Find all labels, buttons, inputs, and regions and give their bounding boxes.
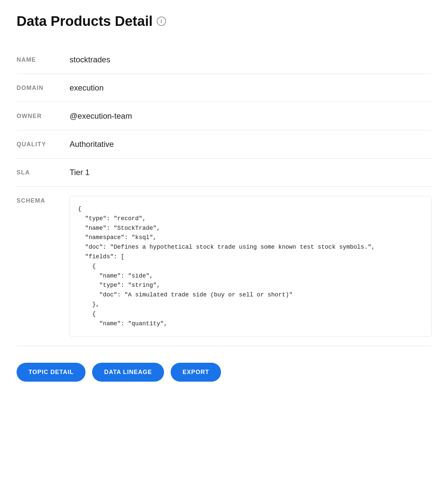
page-header: Data Products Detail i bbox=[17, 13, 431, 29]
quality-label: QUALITY bbox=[17, 140, 70, 148]
sla-row: SLA Tier 1 bbox=[17, 158, 431, 187]
export-button[interactable]: EXPORT bbox=[171, 363, 221, 382]
domain-label: DOMAIN bbox=[17, 83, 70, 92]
sla-value: Tier 1 bbox=[70, 168, 431, 177]
data-lineage-button[interactable]: DATA LINEAGE bbox=[92, 363, 164, 382]
schema-row: SCHEMA { "type": "record", "name": "Stoc… bbox=[17, 187, 431, 346]
domain-row: DOMAIN execution bbox=[17, 74, 431, 102]
schema-value[interactable]: { "type": "record", "name": "StockTrade"… bbox=[70, 196, 431, 337]
info-icon[interactable]: i bbox=[157, 17, 166, 26]
name-row: NAME stocktrades bbox=[17, 46, 431, 74]
schema-label: SCHEMA bbox=[17, 196, 70, 204]
owner-row: OWNER @execution-team bbox=[17, 102, 431, 130]
page-title: Data Products Detail bbox=[17, 13, 153, 29]
quality-value: Authoritative bbox=[70, 140, 431, 149]
topic-detail-button[interactable]: TOPIC DETAIL bbox=[17, 363, 85, 382]
name-label: NAME bbox=[17, 55, 70, 63]
owner-label: OWNER bbox=[17, 111, 70, 120]
owner-value: @execution-team bbox=[70, 111, 431, 121]
footer-buttons: TOPIC DETAIL DATA LINEAGE EXPORT bbox=[17, 363, 431, 382]
domain-value: execution bbox=[70, 83, 431, 93]
quality-row: QUALITY Authoritative bbox=[17, 130, 431, 158]
sla-label: SLA bbox=[17, 168, 70, 176]
name-value: stocktrades bbox=[70, 55, 431, 64]
